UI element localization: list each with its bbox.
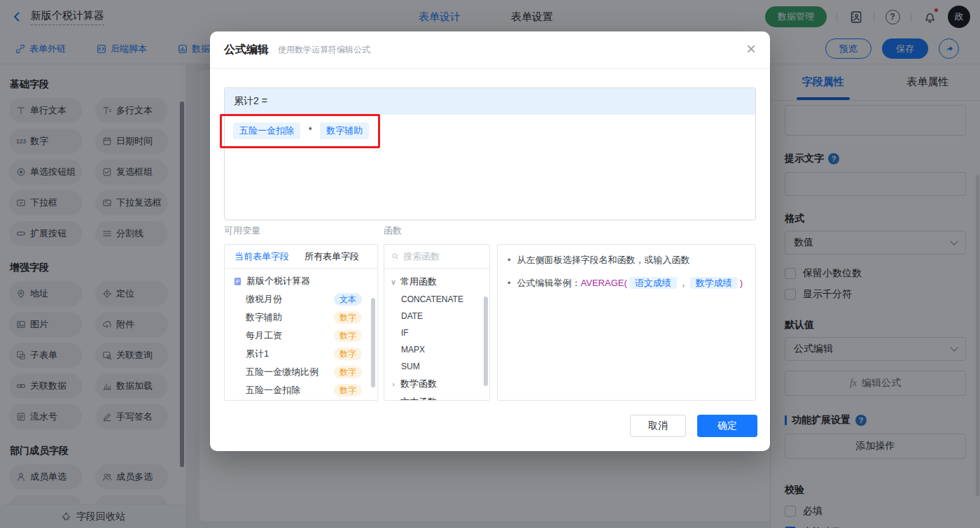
function-close-paren: ) <box>740 278 743 288</box>
variables-label: 可用变量 <box>224 224 260 237</box>
formula-operator: * <box>308 124 312 136</box>
tip-line-1: • 从左侧面板选择字段名和函数，或输入函数 <box>507 253 746 267</box>
type-badge-number: 数字 <box>334 366 362 378</box>
chevron-open-icon: ∨ <box>390 278 397 287</box>
chevron-closed-icon: › <box>390 398 397 401</box>
type-badge-number: 数字 <box>334 311 362 324</box>
search-icon <box>391 252 399 261</box>
variables-tabs: 当前表单字段 所有表单字段 <box>225 245 377 269</box>
bullet: • <box>507 276 511 290</box>
variable-row[interactable]: 五险一金扣除 数字 <box>225 381 377 399</box>
functions-panel: ∨ 常用函数 CONCATENATE DATE IF MAPX SUM › 数学… <box>384 244 490 401</box>
functions-scrollbar[interactable] <box>484 297 488 386</box>
variables-panel: 当前表单字段 所有表单字段 新版个税计算器 缴税月份 文本 数字辅助 数字 每月… <box>224 244 378 401</box>
formula-token-field[interactable]: 五险一金扣除 <box>233 122 300 139</box>
variable-row[interactable]: 缴税月份 文本 <box>225 290 377 308</box>
function-group-common[interactable]: ∨ 常用函数 <box>384 273 489 291</box>
formula-expression[interactable]: 五险一金扣除 * 数字辅助 <box>225 115 755 147</box>
type-badge-number: 数字 <box>334 348 362 360</box>
function-group-text[interactable]: › 文本函数 <box>384 393 489 401</box>
type-badge-number: 数字 <box>334 329 362 342</box>
formula-edit-dialog: 公式编辑 使用数学运算符编辑公式 × 累计2 = 五险一金扣除 * 数字辅助 可… <box>210 31 770 451</box>
variable-row[interactable]: 五险一金缴纳比例 数字 <box>225 363 377 381</box>
tip-example: 公式编辑举例：AVERAGE(语文成绩，数学成绩) <box>517 276 743 290</box>
function-group-math[interactable]: › 数学函数 <box>384 375 489 393</box>
function-item[interactable]: IF <box>384 324 489 341</box>
variables-list: 新版个税计算器 缴税月份 文本 数字辅助 数字 每月工资 数字 累计1 数字 <box>225 269 377 401</box>
variable-row-clipped[interactable] <box>225 399 377 401</box>
function-item[interactable]: DATE <box>384 308 489 324</box>
cancel-button[interactable]: 取消 <box>630 415 686 437</box>
tips-panel: • 从左侧面板选择字段名和函数，或输入函数 • 公式编辑举例：AVERAGE(语… <box>497 244 756 401</box>
tab-current-form-fields[interactable]: 当前表单字段 <box>234 250 289 263</box>
variable-row[interactable]: 每月工资 数字 <box>225 327 377 345</box>
dialog-subtitle: 使用数学运算符编辑公式 <box>278 44 370 56</box>
formula-token-field[interactable]: 数字辅助 <box>320 122 369 139</box>
dialog-footer: 取消 确定 <box>630 415 757 437</box>
formula-target: 累计2 = <box>225 88 755 115</box>
variable-row[interactable]: 累计1 数字 <box>225 345 377 363</box>
example-token: 语文成绩 <box>629 277 677 289</box>
dialog-title: 公式编辑 <box>224 43 269 57</box>
tab-all-form-fields[interactable]: 所有表单字段 <box>304 250 359 263</box>
function-tree: ∨ 常用函数 CONCATENATE DATE IF MAPX SUM › 数学… <box>384 269 489 401</box>
variables-scrollbar[interactable] <box>371 298 375 387</box>
tip-line-2: • 公式编辑举例：AVERAGE(语文成绩，数学成绩) <box>507 276 746 290</box>
function-search-input[interactable] <box>403 251 482 262</box>
function-item[interactable]: CONCATENATE <box>384 291 489 308</box>
variable-row[interactable]: 数字辅助 数字 <box>225 308 377 327</box>
function-name-text: AVERAGE( <box>581 278 627 288</box>
chevron-closed-icon: › <box>390 380 397 388</box>
function-item[interactable]: SUM <box>384 358 489 375</box>
dialog-header: 公式编辑 使用数学运算符编辑公式 × <box>210 31 770 69</box>
close-icon[interactable]: × <box>746 41 756 57</box>
example-token: 数学成绩 <box>690 277 738 289</box>
app-window: 新版个税计算器 表单设计 表单设置 数据管理 ? 政 表单外链 <box>0 0 980 528</box>
type-badge-number: 数字 <box>334 384 362 397</box>
formula-editor[interactable]: 累计2 = 五险一金扣除 * 数字辅助 <box>224 87 756 220</box>
function-item[interactable]: MAPX <box>384 341 489 358</box>
confirm-button[interactable]: 确定 <box>697 415 757 437</box>
type-badge-text: 文本 <box>334 293 362 306</box>
function-search[interactable] <box>384 245 489 269</box>
variables-root-node[interactable]: 新版个税计算器 <box>225 272 377 290</box>
functions-label: 函数 <box>384 224 402 237</box>
form-doc-icon <box>233 277 242 286</box>
bullet: • <box>507 253 511 267</box>
